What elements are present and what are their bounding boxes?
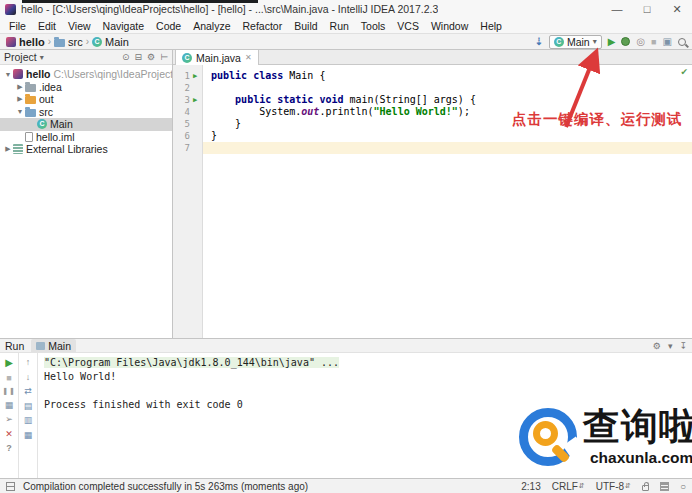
menu-tools[interactable]: Tools [355, 20, 392, 32]
gutter-line-7: 7 [173, 142, 202, 154]
next-occurrence-icon[interactable]: ↓ [26, 372, 31, 382]
debug-button[interactable] [621, 37, 630, 46]
caret-position[interactable]: 2:13 [521, 481, 540, 492]
menu-build[interactable]: Build [288, 20, 323, 32]
code-area[interactable]: public class Main { public static void m… [203, 65, 692, 338]
tab-main-java[interactable]: C Main.java ✕ [175, 50, 259, 65]
tree-item--idea[interactable]: ▶.idea [0, 81, 172, 94]
encoding-selector[interactable]: UTF-8 ⇵ [596, 481, 631, 492]
collapse-all-icon[interactable]: ⊟ [135, 52, 143, 62]
folder-icon [54, 39, 65, 47]
console-text: Process finished with exit code 0 [44, 399, 243, 410]
inspection-ok-icon: ✔ [680, 67, 688, 77]
make-project-icon[interactable]: ⇣ [535, 36, 543, 47]
scroll-to-end-icon[interactable]: ▤ [24, 401, 33, 411]
console-line-3[interactable] [44, 384, 686, 398]
menu-vcs[interactable]: VCS [391, 20, 425, 32]
code-token: out [301, 106, 319, 117]
menu-run[interactable]: Run [324, 20, 355, 32]
print-icon[interactable]: ▥ [24, 415, 33, 425]
menu-help[interactable]: Help [474, 20, 508, 32]
tree-chevron-icon[interactable]: ▼ [3, 71, 13, 78]
restore-layout-icon[interactable]: ▦ [5, 400, 14, 410]
code-line-7[interactable] [203, 142, 692, 154]
project-panel-title[interactable]: Project [4, 51, 37, 63]
tree-chevron-icon[interactable]: ▼ [15, 108, 25, 115]
tree-item-hello[interactable]: ▼helloC:\Users\qing\IdeaProjects\hello [0, 68, 172, 81]
code-token: ); [458, 106, 470, 117]
lock-icon[interactable] [642, 485, 649, 491]
menu-view[interactable]: View [62, 20, 97, 32]
pin-icon[interactable]: ➢ [5, 414, 13, 424]
inspections-hector-icon[interactable] [660, 482, 669, 491]
project-tree: ▼helloC:\Users\qing\IdeaProjects\hello▶.… [0, 65, 172, 338]
console-line-2[interactable]: Hello World! [44, 370, 686, 384]
editor-gutter: 1▶23▶4567 [173, 65, 203, 338]
tree-item-main[interactable]: CMain [0, 118, 172, 131]
gear-icon[interactable]: ⚙ [653, 341, 661, 351]
menu-navigate[interactable]: Navigate [97, 20, 150, 32]
breadcrumb-item-main[interactable]: CMain [92, 36, 129, 48]
code-token: main(String[] args) { [349, 94, 475, 105]
tree-chevron-icon[interactable]: ▶ [3, 145, 13, 153]
search-icon[interactable] [678, 38, 686, 46]
breadcrumb-item-hello[interactable]: hello [6, 36, 45, 48]
stop-button[interactable]: ■ [651, 37, 656, 47]
project-icon [6, 37, 16, 47]
menu-analyze[interactable]: Analyze [187, 20, 236, 32]
run-toolbar-left: ▶ ■ ❚❚ ▦ ➢ ✕ ? [0, 353, 19, 478]
console-line-1[interactable]: "C:\Program Files\Java\jdk1.8.0_144\bin\… [44, 356, 686, 370]
help-icon[interactable]: ? [6, 443, 12, 453]
clipboard-icon[interactable]: ▣ [663, 36, 672, 47]
soft-wrap-icon[interactable]: ⇄ [24, 386, 32, 396]
code-token: "Hello World!" [374, 106, 458, 117]
toolwindow-toggle-icon[interactable] [6, 482, 15, 491]
close-button[interactable]: ✕ [662, 0, 692, 18]
minimize-button[interactable]: — [602, 0, 632, 18]
code-line-6[interactable]: } [203, 130, 692, 142]
menu-edit[interactable]: Edit [32, 20, 62, 32]
status-circle-icon[interactable]: ○ [680, 481, 686, 492]
class-icon: C [554, 37, 564, 47]
tree-item-hello-iml[interactable]: hello.iml [0, 131, 172, 144]
rerun-button[interactable]: ▶ [5, 357, 13, 368]
settings-chevron-icon[interactable]: ▾ [668, 341, 673, 351]
menu-window[interactable]: Window [425, 20, 474, 32]
tree-chevron-icon[interactable]: ▶ [15, 83, 25, 91]
run-panel-title[interactable]: Run [5, 340, 24, 352]
editor-body[interactable]: 1▶23▶4567 public class Main { public sta… [173, 65, 692, 338]
clear-all-icon[interactable]: ▦ [24, 430, 33, 440]
code-line-2[interactable] [203, 82, 692, 94]
run-config-select[interactable]: C Main ▾ [549, 35, 602, 49]
breadcrumb: hello›src›CMain [6, 36, 129, 48]
menu-file[interactable]: File [3, 20, 32, 32]
breadcrumb-item-src[interactable]: src [54, 36, 83, 48]
prev-occurrence-icon[interactable]: ↑ [26, 357, 31, 367]
run-gutter-icon[interactable]: ▶ [190, 96, 200, 104]
gear-icon[interactable]: ⚙ [147, 52, 155, 62]
close-icon[interactable]: ✕ [245, 53, 252, 62]
folder-src-icon [25, 109, 36, 117]
menu-code[interactable]: Code [150, 20, 187, 32]
close-icon[interactable]: ✕ [5, 429, 13, 439]
stop-button[interactable]: ■ [6, 373, 11, 383]
run-tab-main[interactable]: Main [31, 339, 76, 352]
code-line-1[interactable]: public class Main { [203, 70, 692, 82]
pause-button[interactable]: ❚❚ [2, 387, 16, 395]
tree-item-src[interactable]: ▼src [0, 106, 172, 119]
tree-item-out[interactable]: ▶out [0, 93, 172, 106]
menu-refactor[interactable]: Refactor [237, 20, 289, 32]
line-ending-selector[interactable]: CRLF ⇵ [552, 481, 585, 492]
hide-panel-icon[interactable]: ⊢ [160, 52, 168, 62]
coverage-button[interactable]: ◎ [636, 36, 645, 47]
run-toolbar: ⇣ C Main ▾ ▶ ◎ ■ ▣ [535, 35, 687, 49]
run-gutter-icon[interactable]: ▶ [190, 72, 200, 80]
chevron-down-icon[interactable]: ▾ [40, 53, 44, 62]
maximize-button[interactable]: □ [632, 0, 662, 18]
code-line-3[interactable]: public static void main(String[] args) { [203, 94, 692, 106]
run-button[interactable]: ▶ [608, 36, 616, 47]
tree-item-external-libraries[interactable]: ▶External Libraries [0, 143, 172, 156]
hide-panel-icon[interactable]: ↧ [679, 341, 687, 351]
locate-icon[interactable]: ⊙ [122, 52, 130, 62]
tree-chevron-icon[interactable]: ▶ [15, 95, 25, 103]
